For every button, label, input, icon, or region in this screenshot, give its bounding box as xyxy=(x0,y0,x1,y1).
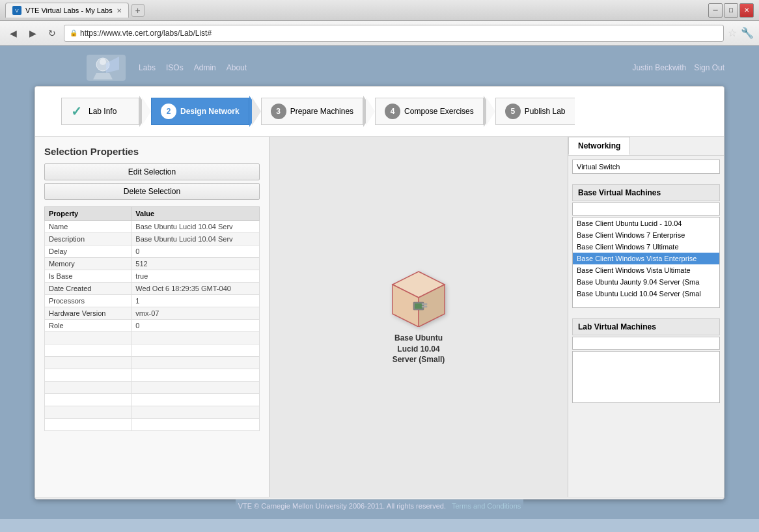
address-bar[interactable]: 🔒 https://www.vte.cert.org/labs/Lab/List… xyxy=(64,25,724,42)
refresh-button[interactable]: ↻ xyxy=(44,25,60,41)
table-row: Processors1 xyxy=(45,295,260,307)
site-navigation: Labs ISOs Admin About Justin Beckwith Si… xyxy=(34,52,724,86)
step-1: ✓ Lab Info xyxy=(61,96,151,127)
table-row: Delay0 xyxy=(45,245,260,258)
nav-labs[interactable]: Labs xyxy=(139,63,156,72)
nav-about[interactable]: About xyxy=(227,63,247,72)
base-vm-header: Base Virtual Machines xyxy=(572,184,720,201)
table-row xyxy=(45,382,260,394)
vm-list-item[interactable]: Base Client Windows Vista Ultimate xyxy=(573,264,719,276)
wizard-steps: ✓ Lab Info 2 Design Network 3 Prep xyxy=(35,87,724,137)
footer-text: VTE © Carnegie Mellon University 2006-20… xyxy=(238,502,446,510)
empty-cell xyxy=(45,344,131,357)
main-card: ✓ Lab Info 2 Design Network 3 Prep xyxy=(34,86,724,499)
lab-vm-search[interactable] xyxy=(572,337,720,350)
empty-cell xyxy=(131,419,260,431)
prop-name-cell: Date Created xyxy=(45,283,131,295)
back-button[interactable]: ◀ xyxy=(5,25,21,41)
step-3-box[interactable]: 3 Prepare Machines xyxy=(261,98,363,125)
bookmark-star-icon[interactable]: ☆ xyxy=(728,27,737,39)
step-4-arrow-inner xyxy=(486,97,495,126)
lab-vm-header: Lab Virtual Machines xyxy=(572,318,720,335)
vm-list-item[interactable]: Base Client Windows Vista Enterprise xyxy=(573,253,719,264)
svg-rect-9 xyxy=(422,303,427,305)
prop-name-cell: Hardware Version xyxy=(45,307,131,320)
vm-list-item[interactable]: Base Ubuntu Lucid 10.04 Server (Smal xyxy=(573,288,719,300)
step-5-box[interactable]: 5 Publish Lab xyxy=(495,98,575,125)
table-row xyxy=(45,419,260,431)
step-4-box[interactable]: 4 Compose Exercises xyxy=(375,98,484,125)
settings-icon[interactable]: 🔧 xyxy=(741,27,754,39)
close-button[interactable]: ✕ xyxy=(739,3,754,18)
vm-list-item[interactable]: Base Client Windows 7 Enterprise xyxy=(573,229,719,241)
prop-name-cell: Role xyxy=(45,320,131,332)
empty-cell xyxy=(45,382,131,394)
table-row xyxy=(45,357,260,369)
empty-cell xyxy=(131,394,260,406)
tab-favicon: V xyxy=(12,6,21,15)
empty-cell xyxy=(131,382,260,394)
table-row: Date CreatedWed Oct 6 18:29:35 GMT-040 xyxy=(45,283,260,295)
maximize-button[interactable]: □ xyxy=(724,3,738,18)
base-vm-search[interactable] xyxy=(572,203,720,216)
svg-rect-10 xyxy=(422,306,427,307)
nav-admin[interactable]: Admin xyxy=(194,63,216,72)
forward-button[interactable]: ▶ xyxy=(25,25,40,41)
delete-selection-button[interactable]: Delete Selection xyxy=(44,183,260,200)
selection-properties-title: Selection Properties xyxy=(44,146,260,157)
step-3-label: Prepare Machines xyxy=(290,107,353,116)
window-controls: ─ □ ✕ xyxy=(708,3,754,18)
prop-value-cell: 0 xyxy=(131,245,260,258)
prop-name-cell: Name xyxy=(45,221,131,233)
site-logo xyxy=(87,55,126,81)
step-2: 2 Design Network xyxy=(151,96,261,127)
page-background: Labs ISOs Admin About Justin Beckwith Si… xyxy=(0,46,759,519)
url-text: https://www.vte.cert.org/labs/Lab/List# xyxy=(80,29,212,38)
svg-marker-3 xyxy=(106,57,119,73)
vm-server-icon xyxy=(386,268,451,329)
base-vm-list[interactable]: Base Client Ubuntu Lucid - 10.04Base Cli… xyxy=(572,217,720,308)
table-row: DescriptionBase Ubuntu Lucid 10.04 Serv xyxy=(45,233,260,245)
prop-name-cell: Delay xyxy=(45,245,131,258)
empty-cell xyxy=(131,369,260,382)
ssl-lock-icon: 🔒 xyxy=(70,29,77,36)
prop-name-cell: Is Base xyxy=(45,270,131,283)
tab-close-button[interactable]: ✕ xyxy=(117,7,122,14)
step-3-arrow-inner xyxy=(366,97,375,126)
terms-link[interactable]: Terms and Conditions xyxy=(452,502,521,510)
table-row: Role0 xyxy=(45,320,260,332)
step-1-box[interactable]: ✓ Lab Info xyxy=(61,98,139,125)
vm-list-item[interactable]: Base Client Ubuntu Lucid - 10.04 xyxy=(573,217,719,229)
empty-cell xyxy=(131,406,260,419)
nav-isos[interactable]: ISOs xyxy=(166,63,184,72)
right-tabs: Networking xyxy=(568,137,724,156)
prop-value-cell: 0 xyxy=(131,320,260,332)
new-tab-button[interactable]: + xyxy=(131,4,145,17)
table-row xyxy=(45,344,260,357)
step-2-box[interactable]: 2 Design Network xyxy=(151,98,249,125)
vm-list-item[interactable]: Base Ubuntu Jaunty 9.04 Server (Sma xyxy=(573,276,719,288)
step-2-arrow-inner xyxy=(252,97,261,126)
edit-selection-button[interactable]: Edit Selection xyxy=(44,163,260,180)
vm-list-item[interactable]: Base Client Windows 7 Ultimate xyxy=(573,241,719,253)
nav-signout[interactable]: Sign Out xyxy=(694,63,724,72)
lab-vm-section: Lab Virtual Machines xyxy=(568,315,724,407)
svg-marker-2 xyxy=(93,73,113,79)
lab-vm-list[interactable] xyxy=(572,351,720,403)
prop-name-cell: Processors xyxy=(45,295,131,307)
table-row xyxy=(45,332,260,344)
virtual-switch-input[interactable] xyxy=(572,160,720,174)
empty-cell xyxy=(131,344,260,357)
minimize-button[interactable]: ─ xyxy=(708,3,723,18)
tab-title: VTE Virtual Labs - My Labs xyxy=(25,7,113,14)
step-5-number: 5 xyxy=(505,104,521,119)
step-5: 5 Publish Lab xyxy=(495,98,575,125)
table-row: Is Basetrue xyxy=(45,270,260,283)
tab-networking[interactable]: Networking xyxy=(568,137,630,155)
empty-cell xyxy=(45,419,131,431)
network-canvas[interactable]: Base UbuntuLucid 10.04Server (Small) xyxy=(269,137,568,497)
browser-tab[interactable]: V VTE Virtual Labs - My Labs ✕ xyxy=(5,3,129,18)
svg-rect-8 xyxy=(415,303,422,309)
content-area: Selection Properties Edit Selection Dele… xyxy=(35,137,724,497)
empty-cell xyxy=(45,406,131,419)
